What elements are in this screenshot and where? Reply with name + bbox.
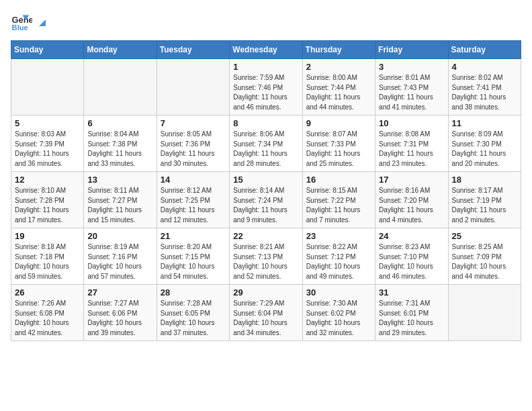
calendar-cell: 7Sunrise: 8:05 AM Sunset: 7:36 PM Daylig… [157, 116, 229, 172]
day-info: Sunrise: 8:02 AM Sunset: 7:41 PM Dayligh… [452, 73, 517, 112]
calendar-cell: 20Sunrise: 8:19 AM Sunset: 7:16 PM Dayli… [84, 228, 157, 285]
calendar-cell: 9Sunrise: 8:07 AM Sunset: 7:33 PM Daylig… [302, 116, 375, 172]
calendar-cell: 13Sunrise: 8:11 AM Sunset: 7:27 PM Dayli… [84, 172, 157, 228]
calendar-cell [448, 285, 521, 341]
day-info: Sunrise: 8:04 AM Sunset: 7:38 PM Dayligh… [87, 130, 152, 169]
day-number: 9 [306, 118, 371, 128]
day-info: Sunrise: 8:08 AM Sunset: 7:31 PM Dayligh… [379, 130, 444, 169]
day-number: 28 [161, 287, 226, 298]
logo-icon: General Blue [11, 11, 32, 32]
calendar-cell: 14Sunrise: 8:12 AM Sunset: 7:25 PM Dayli… [157, 172, 229, 228]
day-number: 23 [306, 231, 371, 241]
day-number: 30 [306, 287, 371, 298]
svg-marker-3 [39, 19, 46, 26]
day-header-monday: Monday [84, 41, 157, 59]
week-row-2: 5Sunrise: 8:03 AM Sunset: 7:39 PM Daylig… [11, 116, 521, 172]
calendar-cell [11, 59, 84, 116]
calendar-cell: 15Sunrise: 8:14 AM Sunset: 7:24 PM Dayli… [230, 172, 302, 228]
calendar-cell [157, 59, 229, 116]
week-row-5: 26Sunrise: 7:26 AM Sunset: 6:08 PM Dayli… [11, 285, 521, 341]
calendar-cell [84, 59, 157, 116]
day-info: Sunrise: 8:18 AM Sunset: 7:18 PM Dayligh… [15, 242, 80, 281]
day-info: Sunrise: 8:20 AM Sunset: 7:15 PM Dayligh… [161, 242, 226, 281]
day-number: 25 [452, 231, 517, 241]
day-info: Sunrise: 8:07 AM Sunset: 7:33 PM Dayligh… [306, 130, 371, 169]
calendar-cell: 6Sunrise: 8:04 AM Sunset: 7:38 PM Daylig… [84, 116, 157, 172]
calendar-cell: 21Sunrise: 8:20 AM Sunset: 7:15 PM Dayli… [157, 228, 229, 285]
day-info: Sunrise: 7:29 AM Sunset: 6:04 PM Dayligh… [233, 299, 298, 338]
day-number: 24 [379, 231, 444, 241]
day-header-sunday: Sunday [11, 41, 84, 59]
day-info: Sunrise: 8:17 AM Sunset: 7:19 PM Dayligh… [452, 186, 517, 225]
calendar-cell: 8Sunrise: 8:06 AM Sunset: 7:34 PM Daylig… [230, 116, 302, 172]
calendar-cell: 25Sunrise: 8:25 AM Sunset: 7:09 PM Dayli… [448, 228, 521, 285]
day-info: Sunrise: 8:15 AM Sunset: 7:22 PM Dayligh… [306, 186, 371, 225]
day-info: Sunrise: 8:25 AM Sunset: 7:09 PM Dayligh… [452, 242, 517, 281]
day-number: 15 [233, 175, 298, 185]
day-info: Sunrise: 7:28 AM Sunset: 6:05 PM Dayligh… [161, 299, 226, 338]
week-row-1: 1Sunrise: 7:59 AM Sunset: 7:46 PM Daylig… [11, 59, 521, 116]
day-number: 3 [379, 62, 444, 72]
week-row-4: 19Sunrise: 8:18 AM Sunset: 7:18 PM Dayli… [11, 228, 521, 285]
calendar-cell: 28Sunrise: 7:28 AM Sunset: 6:05 PM Dayli… [157, 285, 229, 341]
day-info: Sunrise: 8:22 AM Sunset: 7:12 PM Dayligh… [306, 242, 371, 281]
days-header-row: SundayMondayTuesdayWednesdayThursdayFrid… [11, 41, 521, 59]
calendar-cell: 2Sunrise: 8:00 AM Sunset: 7:44 PM Daylig… [302, 59, 375, 116]
calendar-cell: 26Sunrise: 7:26 AM Sunset: 6:08 PM Dayli… [11, 285, 84, 341]
day-number: 17 [379, 175, 444, 185]
calendar-cell: 22Sunrise: 8:21 AM Sunset: 7:13 PM Dayli… [230, 228, 302, 285]
calendar-cell: 31Sunrise: 7:31 AM Sunset: 6:01 PM Dayli… [375, 285, 448, 341]
calendar-cell: 17Sunrise: 8:16 AM Sunset: 7:20 PM Dayli… [375, 172, 448, 228]
calendar-cell: 24Sunrise: 8:23 AM Sunset: 7:10 PM Dayli… [375, 228, 448, 285]
day-number: 7 [161, 118, 226, 128]
day-number: 2 [306, 62, 371, 72]
calendar-cell: 19Sunrise: 8:18 AM Sunset: 7:18 PM Dayli… [11, 228, 84, 285]
calendar-cell: 23Sunrise: 8:22 AM Sunset: 7:12 PM Dayli… [302, 228, 375, 285]
day-number: 14 [161, 175, 226, 185]
day-number: 22 [233, 231, 298, 241]
day-info: Sunrise: 8:01 AM Sunset: 7:43 PM Dayligh… [379, 73, 444, 112]
calendar-cell: 1Sunrise: 7:59 AM Sunset: 7:46 PM Daylig… [230, 59, 302, 116]
day-number: 19 [15, 231, 80, 241]
day-number: 4 [452, 62, 517, 72]
day-info: Sunrise: 7:59 AM Sunset: 7:46 PM Dayligh… [233, 73, 298, 112]
day-info: Sunrise: 8:21 AM Sunset: 7:13 PM Dayligh… [233, 242, 298, 281]
day-info: Sunrise: 8:12 AM Sunset: 7:25 PM Dayligh… [161, 186, 226, 225]
day-info: Sunrise: 8:03 AM Sunset: 7:39 PM Dayligh… [15, 130, 80, 169]
day-number: 21 [161, 231, 226, 241]
day-number: 11 [452, 118, 517, 128]
calendar-cell: 10Sunrise: 8:08 AM Sunset: 7:31 PM Dayli… [375, 116, 448, 172]
calendar-cell: 27Sunrise: 7:27 AM Sunset: 6:06 PM Dayli… [84, 285, 157, 341]
day-info: Sunrise: 8:14 AM Sunset: 7:24 PM Dayligh… [233, 186, 298, 225]
calendar-table: SundayMondayTuesdayWednesdayThursdayFrid… [11, 40, 521, 341]
day-number: 26 [15, 287, 80, 298]
day-header-friday: Friday [375, 41, 448, 59]
day-info: Sunrise: 7:27 AM Sunset: 6:06 PM Dayligh… [87, 299, 152, 338]
day-number: 29 [233, 287, 298, 298]
day-number: 18 [452, 175, 517, 185]
day-info: Sunrise: 8:16 AM Sunset: 7:20 PM Dayligh… [379, 186, 444, 225]
day-number: 10 [379, 118, 444, 128]
day-number: 16 [306, 175, 371, 185]
day-info: Sunrise: 7:26 AM Sunset: 6:08 PM Dayligh… [15, 299, 80, 338]
day-info: Sunrise: 8:06 AM Sunset: 7:34 PM Dayligh… [233, 130, 298, 169]
day-info: Sunrise: 8:23 AM Sunset: 7:10 PM Dayligh… [379, 242, 444, 281]
calendar-cell: 30Sunrise: 7:30 AM Sunset: 6:02 PM Dayli… [302, 285, 375, 341]
day-info: Sunrise: 8:05 AM Sunset: 7:36 PM Dayligh… [161, 130, 226, 169]
day-header-thursday: Thursday [302, 41, 375, 59]
calendar-cell: 11Sunrise: 8:09 AM Sunset: 7:30 PM Dayli… [448, 116, 521, 172]
calendar-cell: 12Sunrise: 8:10 AM Sunset: 7:28 PM Dayli… [11, 172, 84, 228]
day-info: Sunrise: 8:11 AM Sunset: 7:27 PM Dayligh… [87, 186, 152, 225]
day-number: 27 [87, 287, 152, 298]
day-number: 31 [379, 287, 444, 298]
svg-text:Blue: Blue [12, 24, 28, 32]
calendar-cell: 3Sunrise: 8:01 AM Sunset: 7:43 PM Daylig… [375, 59, 448, 116]
page-header: General Blue [11, 11, 521, 32]
day-info: Sunrise: 8:10 AM Sunset: 7:28 PM Dayligh… [15, 186, 80, 225]
day-info: Sunrise: 7:31 AM Sunset: 6:01 PM Dayligh… [379, 299, 444, 338]
day-info: Sunrise: 8:09 AM Sunset: 7:30 PM Dayligh… [452, 130, 517, 169]
day-number: 5 [15, 118, 80, 128]
calendar-cell: 4Sunrise: 8:02 AM Sunset: 7:41 PM Daylig… [448, 59, 521, 116]
logo-triangle-icon [36, 17, 48, 29]
calendar-cell: 18Sunrise: 8:17 AM Sunset: 7:19 PM Dayli… [448, 172, 521, 228]
